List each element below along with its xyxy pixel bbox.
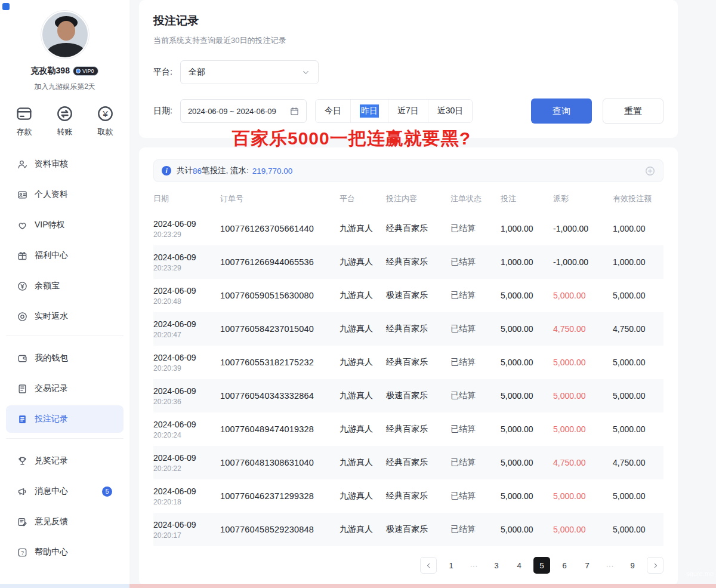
reset-button[interactable]: 重置 [603, 98, 663, 124]
range-last-30-days[interactable]: 近30日 [428, 100, 473, 122]
date-range-input[interactable]: 2024-06-09 ~ 2024-06-09 [180, 99, 307, 123]
cell-platform: 九游真人 [340, 457, 386, 468]
main-content: 投注记录 当前系统支持查询最近30日的投注记录 平台: 全部 日期: 2024-… [129, 0, 716, 588]
sidebar-item-prize-records[interactable]: 兑奖记录 [6, 447, 124, 475]
cell-bet-amount: 5,000.00 [501, 424, 553, 434]
cell-bet-amount: 5,000.00 [501, 291, 553, 300]
range-last-7-days[interactable]: 近7日 [388, 100, 428, 122]
cell-status: 已结算 [450, 257, 501, 267]
prev-page-button[interactable] [420, 557, 437, 574]
quick-action-label: 转账 [57, 127, 73, 137]
sidebar-item-transactions[interactable]: 交易记录 [6, 375, 124, 402]
table-row: 2024-06-0920:20:471007760584237015040九游真… [153, 312, 663, 346]
avatar-torso [47, 43, 85, 59]
summary-count: 86 [193, 167, 202, 176]
vip-icon [76, 69, 81, 73]
avatar[interactable] [41, 11, 89, 59]
sidebar-item-bet-records[interactable]: 投注记录 [6, 405, 124, 433]
avatar-face [57, 21, 75, 41]
cell-date: 2024-06-0920:20:24 [153, 420, 220, 439]
table-row: 2024-06-0920:20:241007760489474019328九游真… [153, 412, 663, 446]
cell-valid-bet: 5,000.00 [613, 525, 663, 534]
sidebar-item-label: 个人资料 [35, 189, 68, 200]
plus-circle-icon[interactable] [645, 166, 655, 176]
cell-date: 2024-06-0920:20:47 [153, 319, 220, 339]
cell-platform: 九游真人 [340, 424, 386, 435]
sidebar: 克孜勒398 VIP0 加入九游娱乐第2天 存款转账¥取款 资料审核个人资料VI… [0, 0, 129, 588]
sidebar-item-feedback[interactable]: 意见反馈 [6, 508, 124, 535]
page-button-4[interactable]: 4 [511, 557, 527, 574]
range-label: 昨日 [360, 104, 379, 118]
page-button-1[interactable]: 1 [443, 557, 459, 574]
cell-date: 2024-06-0920:20:48 [153, 286, 220, 306]
cell-bet-amount: 5,000.00 [501, 358, 553, 367]
page-subtitle: 当前系统支持查询最近30日的投注记录 [153, 35, 663, 46]
calendar-icon [290, 107, 299, 116]
column-header: 投注内容 [386, 193, 450, 204]
quick-action-withdraw[interactable]: ¥取款 [97, 105, 114, 137]
cell-valid-bet: 5,000.00 [613, 491, 663, 501]
table-row: 2024-06-0920:23:291007761263705661440九游真… [153, 212, 663, 245]
search-button[interactable]: 查询 [531, 98, 592, 124]
page-button-5[interactable]: 5 [533, 557, 550, 574]
cell-platform: 九游真人 [340, 324, 386, 334]
cell-payout: 5,000.00 [553, 491, 613, 501]
cell-order-number: 1007761266944065536 [220, 257, 340, 267]
cell-status: 已结算 [450, 223, 501, 234]
vip-badge: VIP0 [73, 66, 99, 76]
chevron-left-icon [425, 562, 433, 569]
cell-valid-bet: 1,000.00 [613, 257, 663, 267]
table-row: 2024-06-0920:20:181007760462371299328九游真… [153, 479, 663, 513]
sidebar-item-help-center[interactable]: ?帮助中心 [6, 538, 124, 566]
cell-status: 已结算 [450, 290, 501, 301]
sidebar-item-profile[interactable]: 个人资料 [6, 181, 124, 208]
page-ellipsis: ··· [465, 557, 482, 574]
summary-prefix: 共计 [177, 165, 193, 176]
table-row: 2024-06-0920:20:221007760481308631040九游真… [153, 446, 663, 479]
range-yesterday[interactable]: 昨日 [350, 100, 388, 122]
welfare-icon [17, 251, 27, 261]
date-range-value: 2024-06-09 ~ 2024-06-09 [188, 107, 276, 116]
cell-order-number: 1007760458529230848 [220, 525, 340, 534]
cell-valid-bet: 5,000.00 [613, 424, 663, 434]
quick-action-transfer[interactable]: 转账 [56, 105, 73, 137]
sidebar-item-label: 投注记录 [35, 414, 68, 424]
help-icon: ? [17, 547, 27, 558]
sidebar-item-balance[interactable]: 余额宝 [6, 272, 124, 300]
cell-order-number: 1007761263705661440 [220, 224, 340, 233]
range-today[interactable]: 今日 [316, 100, 350, 122]
next-page-button[interactable] [647, 557, 663, 574]
vip-level-label: VIP0 [82, 68, 94, 74]
column-header: 派彩 [553, 193, 613, 204]
column-header: 投注 [501, 193, 553, 204]
join-days-text: 加入九游娱乐第2天 [0, 82, 129, 92]
sidebar-item-audit[interactable]: 资料审核 [6, 150, 124, 178]
page-button-7[interactable]: 7 [579, 557, 595, 574]
sidebar-item-vip[interactable]: VIP特权 [6, 211, 124, 239]
sidebar-item-wallet[interactable]: 我的钱包 [6, 344, 124, 372]
sidebar-item-message-center[interactable]: 消息中心5 [6, 478, 124, 505]
cell-payout: -1,000.00 [553, 257, 613, 267]
cell-bet-content: 经典百家乐 [386, 357, 450, 368]
cell-bet-content: 经典百家乐 [386, 223, 450, 234]
cell-valid-bet: 4,750.00 [613, 458, 663, 467]
sidebar-item-rebate[interactable]: 实时返水 [6, 303, 124, 330]
cell-platform: 九游真人 [340, 524, 386, 535]
cell-valid-bet: 5,000.00 [613, 391, 663, 401]
sidebar-item-label: 余额宝 [35, 281, 60, 291]
sidebar-item-welfare[interactable]: 福利中心 [6, 242, 124, 269]
page-button-6[interactable]: 6 [556, 557, 573, 574]
quick-action-deposit[interactable]: 存款 [16, 105, 33, 137]
platform-select[interactable]: 全部 [180, 60, 319, 84]
page-button-3[interactable]: 3 [488, 557, 505, 574]
column-header: 平台 [340, 193, 386, 204]
column-header: 注单状态 [450, 193, 501, 204]
cell-platform: 九游真人 [340, 491, 386, 501]
sidebar-menu: 资料审核个人资料VIP特权福利中心余额宝实时返水我的钱包交易记录投注记录兑奖记录… [0, 150, 129, 566]
quick-action-label: 取款 [98, 127, 113, 137]
cell-payout: -1,000.00 [553, 224, 613, 233]
cell-valid-bet: 1,000.00 [613, 224, 663, 233]
balance-icon [17, 281, 27, 291]
page-button-9[interactable]: 9 [624, 557, 641, 574]
cell-bet-content: 极速百家乐 [386, 524, 450, 535]
